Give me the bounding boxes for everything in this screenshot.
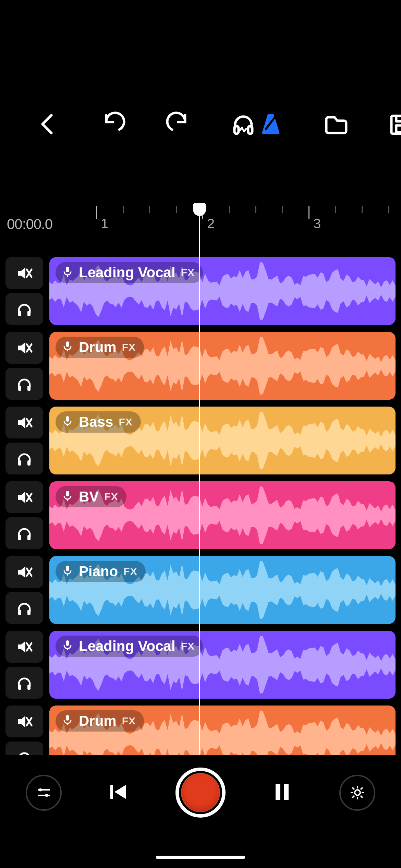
mute-button[interactable] [5, 257, 43, 289]
open-folder-button[interactable] [322, 110, 350, 138]
fx-badge[interactable]: FX [123, 566, 137, 577]
track-row: Piano FX [5, 556, 396, 624]
transport-bar [0, 755, 401, 830]
solo-headphones-button[interactable] [5, 368, 43, 400]
clip-label-pill[interactable]: Drum FX [56, 337, 144, 358]
transport-center [107, 768, 294, 818]
solo-headphones-button[interactable] [5, 592, 43, 624]
track-row: Leading Vocal FX [5, 257, 396, 325]
svg-line-83 [361, 787, 363, 789]
svg-rect-15 [27, 386, 31, 391]
svg-rect-52 [66, 715, 69, 721]
clip-label-pill[interactable]: BV FX [56, 486, 126, 507]
fx-badge[interactable]: FX [181, 641, 195, 651]
settings-button[interactable] [339, 775, 375, 811]
audio-clip[interactable]: Leading Vocal FX [49, 257, 396, 325]
solo-headphones-button[interactable] [5, 667, 43, 699]
svg-rect-17 [66, 341, 69, 347]
svg-line-81 [352, 787, 354, 789]
redo-button[interactable] [165, 110, 192, 138]
mute-button[interactable] [5, 407, 43, 438]
solo-headphones-button[interactable] [5, 517, 43, 549]
audio-clip[interactable]: Drum FX [49, 332, 396, 400]
svg-rect-72 [110, 785, 113, 799]
fx-badge[interactable]: FX [181, 267, 195, 278]
fx-badge[interactable]: FX [122, 342, 136, 352]
home-indicator [156, 856, 245, 859]
back-button[interactable] [34, 110, 62, 138]
track-row: Drum FX [5, 332, 396, 400]
track-controls [5, 631, 43, 699]
svg-rect-29 [27, 535, 31, 540]
mic-icon [62, 564, 73, 579]
mic-icon [62, 415, 73, 429]
svg-rect-28 [18, 535, 21, 540]
solo-headphones-button[interactable] [5, 742, 43, 755]
toolbar-right-group [257, 110, 401, 138]
svg-rect-75 [284, 784, 289, 800]
record-button[interactable] [175, 768, 226, 818]
mute-button[interactable] [5, 556, 43, 588]
undo-button[interactable] [99, 110, 127, 138]
record-indicator-icon [181, 773, 220, 812]
clip-label-pill[interactable]: Drum FX [56, 710, 144, 732]
svg-rect-21 [18, 460, 21, 466]
mic-icon [62, 265, 73, 280]
track-controls [5, 257, 43, 325]
ruler-label: 1 [101, 216, 108, 231]
track-list: Leading Vocal FX Drum FX [5, 257, 396, 755]
clip-label-pill[interactable]: Piano FX [56, 561, 146, 582]
track-controls [5, 556, 43, 624]
audio-clip[interactable]: BV FX [49, 481, 396, 549]
svg-rect-0 [234, 126, 239, 134]
svg-rect-3 [396, 125, 401, 132]
metronome-button[interactable] [257, 110, 284, 138]
track-row: BV FX [5, 481, 396, 549]
audio-clip[interactable]: Drum FX [49, 706, 396, 755]
toolbar-left-group [34, 110, 257, 138]
svg-point-76 [355, 790, 360, 795]
svg-marker-73 [114, 785, 126, 799]
svg-line-82 [361, 796, 363, 798]
svg-rect-7 [18, 311, 21, 316]
mute-button[interactable] [5, 481, 43, 513]
clip-label-pill[interactable]: Leading Vocal FX [56, 262, 203, 283]
svg-rect-74 [276, 784, 280, 800]
audio-clip[interactable]: Leading Vocal FX [49, 631, 396, 699]
mute-button[interactable] [5, 631, 43, 663]
fx-badge[interactable]: FX [104, 492, 118, 502]
ruler-label: 3 [313, 216, 321, 231]
clip-label-pill[interactable]: Bass FX [56, 411, 141, 433]
current-time-label: 00:00.0 [7, 216, 52, 232]
go-to-start-button[interactable] [107, 780, 131, 805]
fx-badge[interactable]: FX [122, 716, 136, 726]
clip-name: Piano [79, 564, 118, 579]
svg-rect-1 [248, 126, 252, 134]
solo-headphones-button[interactable] [5, 293, 43, 325]
solo-headphones-button[interactable] [5, 443, 43, 474]
track-row: Leading Vocal FX [5, 631, 396, 699]
track-row: Bass FX [5, 407, 396, 474]
mute-button[interactable] [5, 332, 43, 364]
clip-name: BV [79, 490, 99, 504]
mixer-button[interactable] [26, 775, 62, 811]
mute-button[interactable] [5, 706, 43, 737]
track-row: Drum FX [5, 706, 396, 755]
clip-name: Drum [79, 340, 117, 354]
mic-icon [62, 340, 73, 354]
svg-rect-36 [27, 610, 31, 615]
audio-clip[interactable]: Bass FX [49, 407, 396, 474]
save-button[interactable] [387, 110, 401, 138]
clip-label-pill[interactable]: Leading Vocal FX [56, 636, 203, 657]
svg-rect-8 [27, 311, 31, 316]
pause-button[interactable] [270, 780, 294, 805]
track-controls [5, 481, 43, 549]
monitor-headphones-button[interactable] [230, 110, 257, 138]
fx-badge[interactable]: FX [119, 417, 132, 427]
playhead[interactable] [199, 206, 200, 755]
track-controls [5, 407, 43, 474]
track-controls [5, 706, 43, 755]
audio-clip[interactable]: Piano FX [49, 556, 396, 624]
clip-name: Leading Vocal [79, 639, 175, 653]
svg-line-84 [352, 796, 354, 798]
